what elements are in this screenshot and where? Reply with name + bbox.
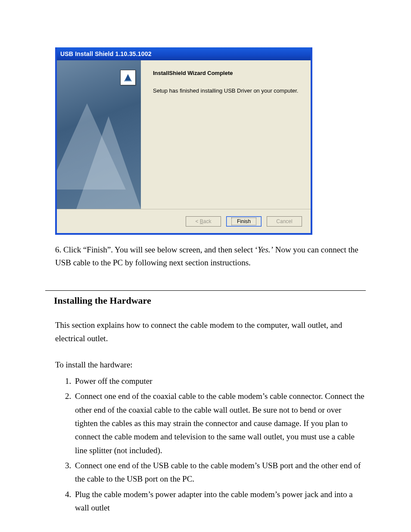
decor-triangle — [74, 116, 141, 209]
svg-marker-0 — [125, 74, 131, 81]
svg-rect-1 — [124, 81, 132, 81]
text: 6. Click “Finish”. You will see below sc… — [55, 245, 258, 254]
dialog-side-graphic — [57, 60, 141, 209]
back-button: < Back — [186, 216, 221, 227]
dialog-message: Setup has finished installing USB Driver… — [153, 87, 302, 94]
step-6-paragraph: 6. Click “Finish”. You will see below sc… — [55, 243, 366, 270]
dialog-content: InstallShield Wizard Complete Setup has … — [141, 60, 311, 209]
section-divider — [45, 290, 366, 291]
cancel-button: Cancel — [267, 216, 302, 227]
list-item: Connect one end of the USB cable to the … — [73, 459, 366, 486]
list-item: Plug the cable modem’s power adapter int… — [73, 488, 366, 515]
text-italic: Yes.’ — [258, 245, 273, 254]
finish-button[interactable]: Finish — [226, 216, 262, 227]
section-intro: This section explains how to connect the… — [55, 318, 366, 345]
back-button-label: < Back — [195, 218, 211, 224]
installshield-dialog: USB Install Shield 1.10.35.1002 InstallS… — [55, 47, 312, 235]
dialog-heading: InstallShield Wizard Complete — [153, 70, 302, 76]
section-heading: Installing the Hardware — [54, 295, 366, 306]
list-item: Power off the computer — [73, 374, 366, 388]
dialog-titlebar: USB Install Shield 1.10.35.1002 — [57, 47, 311, 60]
dialog-button-row: < Back Finish Cancel — [57, 209, 311, 233]
steps-list: Power off the computer Connect one end o… — [45, 374, 366, 514]
installshield-logo-icon — [120, 70, 136, 85]
dialog-body: InstallShield Wizard Complete Setup has … — [57, 60, 311, 209]
document-page: USB Install Shield 1.10.35.1002 InstallS… — [0, 0, 411, 532]
finish-button-label: Finish — [231, 218, 256, 225]
cancel-button-label: Cancel — [276, 218, 292, 224]
steps-lead: To install the hardware: — [55, 358, 366, 371]
list-item: Connect one end of the coaxial cable to … — [73, 389, 366, 457]
